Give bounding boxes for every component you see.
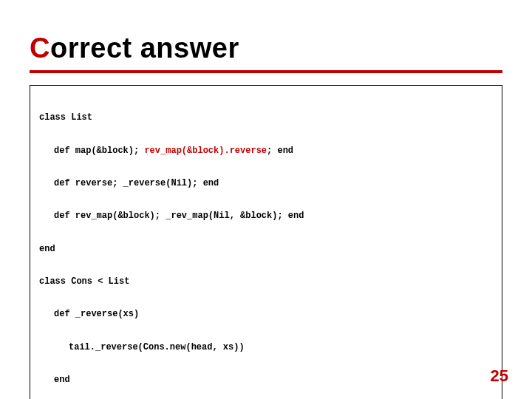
- code-line: class Cons < List: [39, 273, 493, 290]
- slide-title: Correct answer: [30, 33, 502, 64]
- code-line: class List: [39, 109, 493, 126]
- title-rest: orrect answer: [50, 33, 239, 64]
- code-line: end: [39, 372, 493, 388]
- code-block: class List def map(&block); rev_map(&blo…: [30, 85, 502, 399]
- title-underline: [30, 70, 502, 73]
- code-text: ; end: [267, 146, 293, 156]
- code-highlight: rev_map(&block).reverse: [144, 146, 267, 156]
- page-number: 25: [491, 366, 508, 386]
- code-line: def reverse; _reverse(Nil); end: [39, 175, 493, 191]
- title-accent: C: [30, 33, 50, 64]
- code-text: def map(&block);: [54, 146, 144, 156]
- code-line: end: [39, 241, 493, 257]
- code-line: tail._reverse(Cons.new(head, xs)): [39, 339, 493, 355]
- slide: Correct answer class List def map(&block…: [0, 0, 532, 399]
- code-line: def map(&block); rev_map(&block).reverse…: [39, 143, 493, 159]
- code-line: def _reverse(xs): [39, 306, 493, 322]
- code-line: def rev_map(&block); _rev_map(Nil, &bloc…: [39, 208, 493, 224]
